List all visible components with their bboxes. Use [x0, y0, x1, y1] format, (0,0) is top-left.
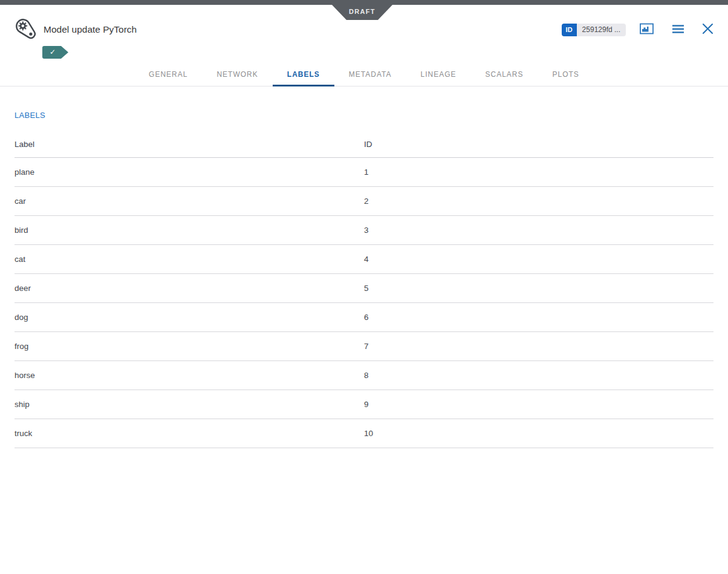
id-cell: 5	[364, 284, 713, 293]
table-row: frog 7	[15, 332, 713, 361]
id-hash-value[interactable]: 259129fd ...	[577, 24, 626, 36]
id-cell: 2	[364, 197, 713, 206]
table-row: bird 3	[15, 216, 713, 245]
table-row: truck 10	[15, 419, 713, 448]
id-label: ID	[562, 24, 577, 36]
image-frame-icon	[640, 23, 654, 36]
close-panel-button[interactable]	[702, 23, 713, 36]
table-row: dog 6	[15, 303, 713, 332]
header-row: Model update PyTorch ID 259129fd ...	[15, 18, 713, 41]
close-icon	[702, 23, 713, 36]
table-row: car 2	[15, 187, 713, 216]
label-cell: dog	[15, 313, 364, 322]
id-cell: 4	[364, 255, 713, 264]
label-cell: cat	[15, 255, 364, 264]
tab-plots[interactable]: PLOTS	[538, 61, 594, 86]
label-cell: plane	[15, 168, 364, 177]
id-cell: 8	[364, 371, 713, 380]
id-cell: 6	[364, 313, 713, 322]
column-header-label: Label	[15, 140, 364, 149]
label-cell: horse	[15, 371, 364, 380]
table-row: deer 5	[15, 274, 713, 303]
id-cell: 10	[364, 429, 713, 438]
checked-tag[interactable]: ✓	[42, 46, 68, 59]
table-row: horse 8	[15, 361, 713, 390]
labels-tab-content: LABELS Label ID plane 1 car 2 bird 3 cat…	[0, 111, 728, 448]
model-id-badge: ID 259129fd ...	[562, 24, 626, 36]
hamburger-menu-icon	[672, 24, 684, 36]
check-icon: ✓	[50, 48, 56, 56]
tab-metadata[interactable]: METADATA	[334, 61, 406, 86]
tabs: GENERALNETWORKLABELSMETADATALINEAGESCALA…	[0, 61, 728, 86]
tab-scalars[interactable]: SCALARS	[471, 61, 538, 86]
tab-lineage[interactable]: LINEAGE	[406, 61, 470, 86]
table-header-row: Label ID	[15, 131, 713, 158]
section-title: LABELS	[15, 111, 713, 120]
header-menu-button[interactable]	[672, 24, 684, 36]
id-cell: 9	[364, 400, 713, 409]
model-preview-button[interactable]	[640, 23, 654, 36]
status-color-bar	[0, 0, 728, 5]
tab-labels[interactable]: LABELS	[273, 61, 334, 86]
tab-general[interactable]: GENERAL	[134, 61, 202, 86]
labels-table: Label ID plane 1 car 2 bird 3 cat 4 deer…	[15, 131, 713, 448]
table-row: ship 9	[15, 390, 713, 419]
label-cell: ship	[15, 400, 364, 409]
id-cell: 7	[364, 342, 713, 351]
tab-network[interactable]: NETWORK	[202, 61, 272, 86]
label-cell: bird	[15, 226, 364, 235]
table-row: cat 4	[15, 245, 713, 274]
table-body: plane 1 car 2 bird 3 cat 4 deer 5 dog 6 …	[15, 158, 713, 448]
label-cell: frog	[15, 342, 364, 351]
id-cell: 3	[364, 226, 713, 235]
label-cell: deer	[15, 284, 364, 293]
label-cell: truck	[15, 429, 364, 438]
label-cell: car	[15, 197, 364, 206]
column-header-id: ID	[364, 140, 713, 149]
model-detail-header: DRAFT Model update PyTorch	[0, 0, 728, 86]
id-cell: 1	[364, 168, 713, 177]
model-icon	[15, 18, 37, 41]
model-title: Model update PyTorch	[44, 24, 137, 35]
table-row: plane 1	[15, 158, 713, 187]
